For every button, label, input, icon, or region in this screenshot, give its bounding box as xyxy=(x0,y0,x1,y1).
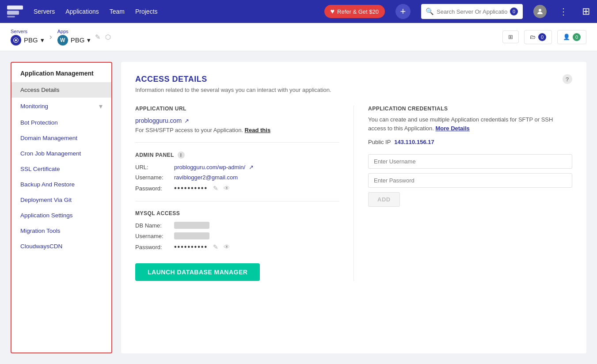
admin-username-row: Username: raviblogger2@gmail.com xyxy=(135,174,339,181)
nav-team[interactable]: Team xyxy=(110,8,125,15)
sidebar-item-label: CloudwaysCDN xyxy=(20,243,62,250)
mysql-password-view-icon[interactable]: 👁 xyxy=(224,243,230,250)
server-selector[interactable]: PBG ▾ xyxy=(11,35,44,46)
sidebar-item-label: Domain Management xyxy=(20,135,77,141)
sidebar-item-access-details[interactable]: Access Details xyxy=(11,82,111,98)
search-count: 0 xyxy=(510,8,518,15)
sidebar-item-bot-protection[interactable]: Bot Protection xyxy=(11,115,111,130)
sidebar-item-label: Bot Protection xyxy=(20,119,58,126)
layout-btn[interactable]: ⊞ xyxy=(502,30,519,43)
help-icon[interactable]: ? xyxy=(563,74,572,84)
app-url-link[interactable]: problogguru.com xyxy=(135,117,182,124)
external-link-icon[interactable]: ↗ xyxy=(184,118,189,124)
ssh-hint: For SSH/SFTP access to your Application.… xyxy=(135,127,339,133)
sidebar-item-label: Access Details xyxy=(20,87,60,93)
admin-username-label: Username: xyxy=(135,174,171,181)
add-credentials-button[interactable]: ADD xyxy=(368,192,400,207)
search-input[interactable] xyxy=(437,8,507,15)
server-name: PBG xyxy=(24,36,38,44)
edit-icon[interactable]: ✎ xyxy=(95,33,101,41)
content-panel: ACCESS DETAILS ? Information related to … xyxy=(121,62,586,353)
sidebar-item-label: Cron Job Management xyxy=(20,150,81,157)
top-navigation: Servers Applications Team Projects ♥ Ref… xyxy=(0,0,597,23)
breadcrumb-arrow-icon: › xyxy=(49,32,52,42)
breadcrumb-actions: ⊞ 🗁 0 👤 0 xyxy=(502,30,586,44)
sidebar-item-deployment[interactable]: Deployment Via Git xyxy=(11,192,111,208)
app-section: Apps W PBG ▾ xyxy=(57,29,91,46)
users-icon: 👤 xyxy=(563,34,570,40)
heart-icon: ♥ xyxy=(331,8,335,15)
divider-2 xyxy=(135,201,339,201)
sidebar-item-migration[interactable]: Migration Tools xyxy=(11,223,111,239)
admin-password-dots: •••••••••• xyxy=(174,184,208,192)
mysql-dbname-value xyxy=(174,222,209,229)
mysql-password-dots: •••••••••• xyxy=(174,243,208,251)
server-chevron-icon: ▾ xyxy=(41,36,44,44)
mysql-password-row: Password: •••••••••• ✎ 👁 xyxy=(135,243,339,251)
sidebar-item-label: Migration Tools xyxy=(20,228,61,234)
mysql-username-value xyxy=(174,232,209,239)
wordpress-icon: W xyxy=(57,35,68,46)
sidebar-item-backup[interactable]: Backup And Restore xyxy=(11,177,111,192)
admin-password-row: Password: •••••••••• ✎ 👁 xyxy=(135,184,339,192)
svg-rect-2 xyxy=(7,16,15,18)
more-options-icon[interactable]: ⋮ xyxy=(559,6,568,17)
sidebar-item-label: Backup And Restore xyxy=(20,181,75,188)
sidebar-item-ssl[interactable]: SSL Certificate xyxy=(11,161,111,177)
sidebar-item-domain-management[interactable]: Domain Management xyxy=(11,130,111,146)
svg-point-3 xyxy=(539,9,541,11)
sidebar-item-label: Application Settings xyxy=(20,212,73,219)
two-column-layout: APPLICATION URL problogguru.com ↗ For SS… xyxy=(135,106,572,281)
launch-db-manager-button[interactable]: LAUNCH DATABASE MANAGER xyxy=(135,263,260,281)
mysql-section: MYSQL ACCESS DB Name: Username: Password… xyxy=(135,210,339,281)
breadcrumb-bar: Servers PBG ▾ › Apps W PBG ▾ ✎ ⬡ ⊞ 🗁 0 xyxy=(0,23,597,51)
svg-point-4 xyxy=(15,39,17,41)
search-bar[interactable]: 🔍 0 xyxy=(421,4,523,19)
sidebar-item-app-settings[interactable]: Application Settings xyxy=(11,208,111,223)
public-ip-row: Public IP 143.110.156.17 xyxy=(368,139,572,145)
sidebar-item-cdn[interactable]: CloudwaysCDN xyxy=(11,239,111,254)
divider xyxy=(135,142,339,143)
server-icon xyxy=(11,35,21,46)
external-link-icon[interactable]: ⬡ xyxy=(105,33,111,41)
public-ip-value: 143.110.156.17 xyxy=(394,139,434,145)
server-section: Servers PBG ▾ xyxy=(11,29,44,46)
cred-password-input[interactable] xyxy=(368,173,572,188)
page-subtitle: Information related to the several ways … xyxy=(135,87,572,93)
read-this-link[interactable]: Read this xyxy=(245,127,271,133)
public-ip-label: Public IP xyxy=(368,139,391,145)
mysql-password-edit-icon[interactable]: ✎ xyxy=(213,243,218,250)
mysql-dbname-label: DB Name: xyxy=(135,222,171,229)
files-icon: 🗁 xyxy=(530,34,536,40)
right-column: APPLICATION CREDENTIALS You can create a… xyxy=(354,106,572,281)
nav-projects[interactable]: Projects xyxy=(135,8,158,15)
cred-title: APPLICATION CREDENTIALS xyxy=(368,106,572,112)
main-layout: Application Management Access Details Mo… xyxy=(0,51,597,364)
grid-icon[interactable]: ⊞ xyxy=(582,6,590,17)
avatar[interactable] xyxy=(533,5,547,18)
mysql-dbname-row: DB Name: xyxy=(135,222,339,229)
nav-applications[interactable]: Applications xyxy=(65,8,99,15)
logo[interactable] xyxy=(7,5,23,18)
admin-password-edit-icon[interactable]: ✎ xyxy=(213,185,218,192)
page-title: ACCESS DETAILS ? xyxy=(135,74,572,84)
files-btn[interactable]: 🗁 0 xyxy=(524,30,552,44)
admin-url-external-icon[interactable]: ↗ xyxy=(249,164,254,171)
more-details-link[interactable]: More Details xyxy=(435,125,469,132)
cred-username-input[interactable] xyxy=(368,154,572,169)
sidebar-item-cron-job[interactable]: Cron Job Management xyxy=(11,146,111,161)
users-btn[interactable]: 👤 0 xyxy=(557,30,586,44)
admin-password-view-icon[interactable]: 👁 xyxy=(224,185,230,192)
credentials-form: ADD xyxy=(368,154,572,207)
refer-label: Refer & Get $20 xyxy=(337,8,379,15)
app-selector[interactable]: W PBG ▾ xyxy=(57,35,91,46)
apps-label: Apps xyxy=(57,29,91,34)
admin-panel-info-icon[interactable]: i xyxy=(178,152,185,159)
svg-rect-1 xyxy=(7,11,19,15)
sidebar-item-monitoring[interactable]: Monitoring ▾ xyxy=(11,98,111,115)
sidebar-item-label: Deployment Via Git xyxy=(20,197,72,203)
admin-url-value: problogguru.com/wp-admin/ xyxy=(174,164,245,171)
add-button[interactable]: + xyxy=(395,4,411,19)
refer-button[interactable]: ♥ Refer & Get $20 xyxy=(324,5,385,18)
nav-servers[interactable]: Servers xyxy=(34,8,55,15)
